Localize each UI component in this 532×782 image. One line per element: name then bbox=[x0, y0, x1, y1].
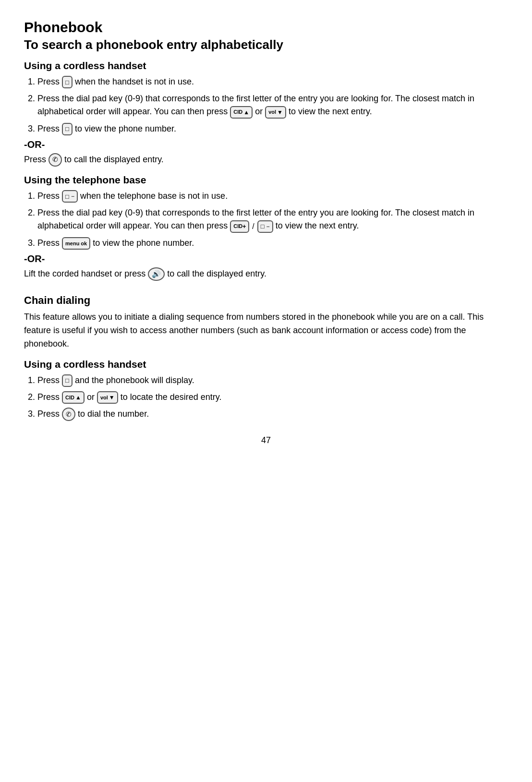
step1-text2: when the handset is not in use. bbox=[75, 77, 194, 86]
chain-dialing-description: This feature allows you to initiate a di… bbox=[24, 311, 508, 351]
call-key-icon2: ✆ bbox=[62, 408, 75, 421]
step3-text: Press bbox=[37, 124, 62, 133]
list-item: Press the dial pad key (0-9) that corres… bbox=[37, 92, 508, 118]
page-title: Phonebook bbox=[24, 19, 508, 36]
vol-down-key-icon: vol ▼ bbox=[265, 106, 286, 119]
step3-text2: to view the phone number. bbox=[75, 124, 176, 133]
phonebook-key-icon2: □ bbox=[62, 123, 73, 135]
section2-steps: Press □ − when the telephone base is not… bbox=[37, 190, 508, 250]
section-chain-dialing: Chain dialing This feature allows you to… bbox=[24, 294, 508, 421]
section2-heading: Using the telephone base bbox=[24, 174, 508, 186]
step3-or-text: Press ✆ to call the displayed entry. bbox=[24, 153, 508, 167]
section3-steps: Press □ and the phonebook will display. … bbox=[37, 374, 508, 421]
cid-up-key-icon2: CID ▲ bbox=[62, 391, 85, 404]
menu-ok-key-icon: menu ok bbox=[62, 237, 90, 250]
list-item: Press □ when the handset is not in use. bbox=[37, 75, 508, 88]
or-divider1: -OR- bbox=[24, 139, 508, 150]
vol-down-key-icon2: vol ▼ bbox=[97, 391, 118, 404]
step1-text: Press bbox=[37, 77, 62, 86]
list-item: Press □ − when the telephone base is not… bbox=[37, 190, 508, 203]
list-item: Press □ to view the phone number. bbox=[37, 122, 508, 135]
phonebook-key-icon: □ bbox=[62, 76, 73, 88]
cid-up-key-icon: CID ▲ bbox=[230, 106, 253, 119]
phonebook-base-key-icon: □ − bbox=[62, 190, 78, 203]
list-item: Press CID ▲ or vol ▼ to locate the desir… bbox=[37, 391, 508, 404]
section-telephone-base-search: Using the telephone base Press □ − when … bbox=[24, 174, 508, 281]
section1-steps: Press □ when the handset is not in use. … bbox=[37, 75, 508, 135]
list-item: Press the dial pad key (0-9) that corres… bbox=[37, 206, 508, 232]
speaker-key-icon: 🔊 bbox=[148, 267, 165, 281]
chain-dialing-heading: Chain dialing bbox=[24, 294, 508, 307]
or-divider2: -OR- bbox=[24, 253, 508, 265]
cid-plus-key-icon: CID + bbox=[230, 220, 249, 233]
list-item: Press menu ok to view the phone number. bbox=[37, 237, 508, 250]
section1-heading: Using a cordless handset bbox=[24, 60, 508, 72]
step3-or-text2: Lift the corded handset or press 🔊 to ca… bbox=[24, 267, 508, 281]
call-key-icon: ✆ bbox=[48, 153, 62, 167]
phonebook-key-icon3: □ bbox=[62, 374, 73, 387]
page-number: 47 bbox=[24, 435, 508, 445]
section3-subheading: Using a cordless handset bbox=[24, 359, 508, 370]
page-subtitle: To search a phonebook entry alphabetical… bbox=[24, 37, 508, 52]
page-container: Phonebook To search a phonebook entry al… bbox=[24, 19, 508, 445]
step2-text2: to view the next entry. bbox=[289, 107, 372, 116]
step2-or: or bbox=[255, 107, 265, 116]
list-item: Press □ and the phonebook will display. bbox=[37, 374, 508, 387]
section-cordless-handset-search: Using a cordless handset Press □ when th… bbox=[24, 60, 508, 167]
phonebook-base-key-icon2: □ − bbox=[257, 220, 273, 233]
list-item: Press ✆ to dial the number. bbox=[37, 408, 508, 421]
